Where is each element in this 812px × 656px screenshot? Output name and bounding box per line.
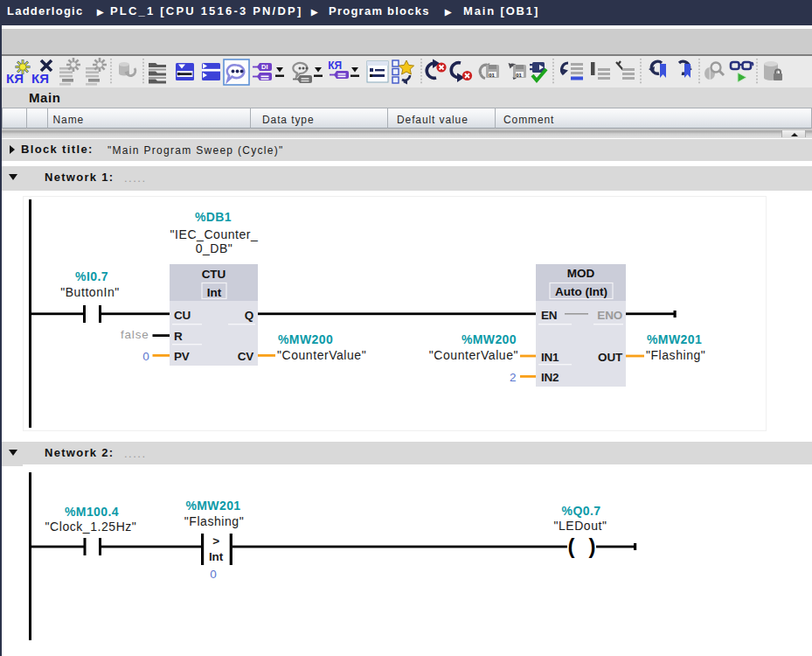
svg-text:IN2: IN2: [541, 371, 559, 384]
svg-text:>: >: [212, 534, 219, 548]
svg-text:"CounterValue": "CounterValue": [277, 348, 366, 362]
svg-text:0_DB": 0_DB": [196, 241, 233, 255]
svg-text:CTU: CTU: [202, 268, 226, 281]
svg-text:%DB1: %DB1: [195, 210, 232, 224]
svg-text:R: R: [174, 330, 183, 343]
svg-text:Int: Int: [207, 286, 222, 299]
svg-text:"Clock_1.25Hz": "Clock_1.25Hz": [45, 520, 137, 534]
svg-text:"LEDout": "LEDout": [553, 519, 607, 533]
svg-text:PV: PV: [174, 350, 190, 363]
svg-text:CU: CU: [174, 309, 191, 322]
svg-text:ENO: ENO: [597, 309, 622, 322]
svg-text:0: 0: [210, 568, 217, 581]
svg-text:"Flashing": "Flashing": [646, 348, 705, 362]
svg-text:"CounterValue": "CounterValue": [429, 348, 518, 362]
svg-text:2: 2: [510, 371, 517, 384]
svg-text:OUT: OUT: [598, 351, 623, 364]
svg-text:EN: EN: [541, 309, 557, 322]
svg-text:Int: Int: [209, 550, 224, 563]
svg-text:MOD: MOD: [567, 267, 595, 280]
svg-text:"IEC_Counter_: "IEC_Counter_: [170, 227, 259, 241]
svg-text:CV: CV: [238, 350, 254, 363]
svg-text:0: 0: [142, 350, 149, 363]
svg-text:"Flashing": "Flashing": [184, 514, 244, 528]
svg-text:(: (: [568, 534, 575, 558]
svg-text:"ButtonIn": "ButtonIn": [60, 285, 120, 299]
svg-text:%MW200: %MW200: [278, 332, 333, 346]
svg-text:false: false: [121, 328, 149, 341]
svg-text:): ): [589, 534, 596, 558]
svg-text:%M100.4: %M100.4: [65, 505, 119, 519]
svg-text:%MW201: %MW201: [647, 332, 702, 346]
svg-text:%Q0.7: %Q0.7: [562, 504, 601, 518]
svg-text:%I0.7: %I0.7: [75, 269, 108, 283]
svg-text:%MW200: %MW200: [462, 332, 517, 346]
svg-text:%MW201: %MW201: [185, 499, 240, 513]
svg-text:IN1: IN1: [541, 351, 559, 364]
svg-text:Q: Q: [245, 309, 253, 322]
svg-text:Auto (Int): Auto (Int): [555, 285, 607, 298]
